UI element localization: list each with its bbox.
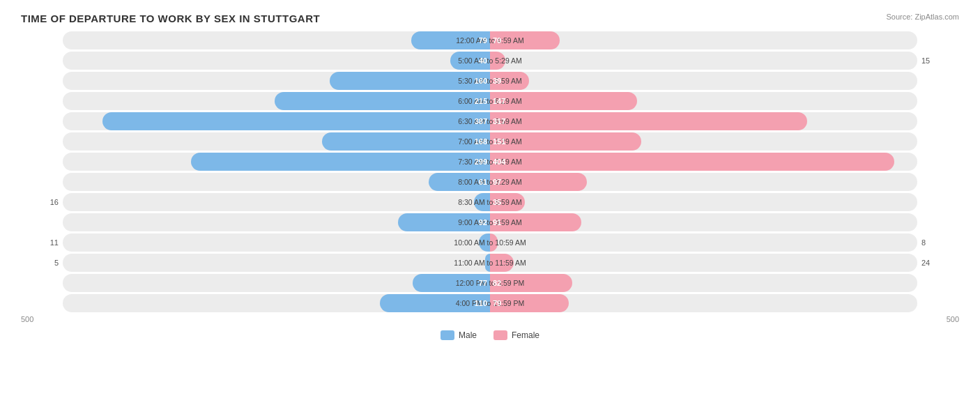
male-value-inside: 110 xyxy=(475,299,487,307)
time-label: 12:00 AM to 4:59 AM xyxy=(456,36,523,45)
chart-row: 168:30 AM to 8:59 AM35 xyxy=(21,193,959,211)
male-value-inside: 387 xyxy=(475,117,487,125)
female-value-inside: 317 xyxy=(493,117,505,125)
chart-row: 5:30 AM to 5:59 AM16039 xyxy=(21,72,959,90)
bar-center: 8:00 AM to 8:29 AM6197 xyxy=(63,173,917,191)
chart-row: 4:00 PM to 11:59 PM11079 xyxy=(21,294,959,312)
female-value-inside: 79 xyxy=(493,299,501,307)
chart-row: 9:00 AM to 9:59 AM9291 xyxy=(21,213,959,231)
female-value-inside: 404 xyxy=(493,158,505,166)
female-value-inside: 91 xyxy=(493,218,501,227)
female-bar xyxy=(490,112,807,130)
time-label: 8:30 AM to 8:59 AM xyxy=(458,198,522,206)
male-value-inside: 160 xyxy=(475,77,487,85)
bar-center: 6:30 AM to 6:59 AM387317 xyxy=(63,112,917,130)
legend-female: Female xyxy=(493,330,539,340)
time-label: 10:00 AM to 10:59 AM xyxy=(454,238,526,247)
chart-row: 511:00 AM to 11:59 AM24 xyxy=(21,254,959,272)
bar-center: 12:00 PM to 3:59 PM7782 xyxy=(63,274,917,292)
time-label: 7:00 AM to 7:29 AM xyxy=(458,137,522,146)
time-label: 12:00 PM to 3:59 PM xyxy=(456,279,525,287)
male-value: 11 xyxy=(21,238,63,247)
time-label: 5:00 AM to 5:29 AM xyxy=(458,56,522,65)
bar-center: 7:30 AM to 7:59 AM299404 xyxy=(63,153,917,171)
male-value-inside: 40 xyxy=(479,56,487,65)
bar-center: 7:00 AM to 7:29 AM168151 xyxy=(63,132,917,151)
female-value: 24 xyxy=(917,259,959,267)
male-value-inside: 168 xyxy=(475,137,487,146)
chart-row: 5:00 AM to 5:29 AM4015 xyxy=(21,52,959,70)
chart-title: TIME OF DEPARTURE TO WORK BY SEX IN STUT… xyxy=(21,13,959,24)
female-value-inside: 35 xyxy=(493,198,501,206)
legend-male-box xyxy=(441,330,454,340)
chart-row: 7:00 AM to 7:29 AM168151 xyxy=(21,132,959,151)
time-label: 11:00 AM to 11:59 AM xyxy=(454,259,526,267)
bar-center: 11:00 AM to 11:59 AM xyxy=(63,254,917,272)
bar-center: 10:00 AM to 10:59 AM xyxy=(63,233,917,252)
bar-center: 8:30 AM to 8:59 AM35 xyxy=(63,193,917,211)
male-value-inside: 79 xyxy=(479,36,487,45)
time-label: 7:30 AM to 7:59 AM xyxy=(458,158,522,166)
bar-center: 5:00 AM to 5:29 AM40 xyxy=(63,52,917,70)
legend: Male Female xyxy=(21,330,959,340)
legend-female-label: Female xyxy=(512,330,539,340)
chart-row: 7:30 AM to 7:59 AM299404 xyxy=(21,153,959,171)
legend-male-label: Male xyxy=(459,330,477,340)
time-label: 8:00 AM to 8:29 AM xyxy=(458,178,522,186)
axis-left: 500 xyxy=(21,315,33,323)
male-value-inside: 92 xyxy=(479,218,487,227)
female-value: 15 xyxy=(917,56,959,65)
legend-female-box xyxy=(493,330,507,340)
chart-row: 8:00 AM to 8:29 AM6197 xyxy=(21,173,959,191)
chart-container: TIME OF DEPARTURE TO WORK BY SEX IN STUT… xyxy=(0,0,980,414)
male-value-inside: 77 xyxy=(479,279,487,287)
male-bar xyxy=(191,153,490,171)
female-value-inside: 147 xyxy=(493,97,505,105)
female-value-inside: 39 xyxy=(493,77,501,85)
legend-male: Male xyxy=(441,330,477,340)
bar-center: 9:00 AM to 9:59 AM9291 xyxy=(63,213,917,231)
chart-row: 1110:00 AM to 10:59 AM8 xyxy=(21,233,959,252)
chart-row: 12:00 AM to 4:59 AM7970 xyxy=(21,31,959,49)
female-value-inside: 70 xyxy=(493,36,501,45)
female-value-inside: 151 xyxy=(493,137,505,146)
time-label: 4:00 PM to 11:59 PM xyxy=(456,299,525,307)
time-label: 6:30 AM to 6:59 AM xyxy=(458,117,522,125)
axis-right: 500 xyxy=(947,315,959,323)
bar-center: 12:00 AM to 4:59 AM7970 xyxy=(63,31,917,49)
bar-center: 4:00 PM to 11:59 PM11079 xyxy=(63,294,917,312)
female-value-inside: 82 xyxy=(493,279,501,287)
female-bar xyxy=(490,153,894,171)
chart-row: 12:00 PM to 3:59 PM7782 xyxy=(21,274,959,292)
chart-area: 12:00 AM to 4:59 AM79705:00 AM to 5:29 A… xyxy=(21,31,959,312)
female-value: 8 xyxy=(917,238,959,247)
male-value-inside: 61 xyxy=(479,178,487,186)
bar-center: 5:30 AM to 5:59 AM16039 xyxy=(63,72,917,90)
male-bar xyxy=(102,112,490,130)
female-value-inside: 97 xyxy=(493,178,501,186)
chart-row: 6:00 AM to 6:29 AM215147 xyxy=(21,92,959,110)
source-label: Source: ZipAtlas.com xyxy=(886,13,959,21)
axis-labels: 500 500 xyxy=(21,315,959,323)
chart-row: 6:30 AM to 6:59 AM387317 xyxy=(21,112,959,130)
male-value-inside: 299 xyxy=(475,158,487,166)
male-value: 5 xyxy=(21,259,63,267)
bar-center: 6:00 AM to 6:29 AM215147 xyxy=(63,92,917,110)
time-label: 5:30 AM to 5:59 AM xyxy=(458,77,522,85)
time-label: 9:00 AM to 9:59 AM xyxy=(458,218,522,227)
male-value: 16 xyxy=(21,198,63,206)
time-label: 6:00 AM to 6:29 AM xyxy=(458,97,522,105)
male-value-inside: 215 xyxy=(475,97,487,105)
